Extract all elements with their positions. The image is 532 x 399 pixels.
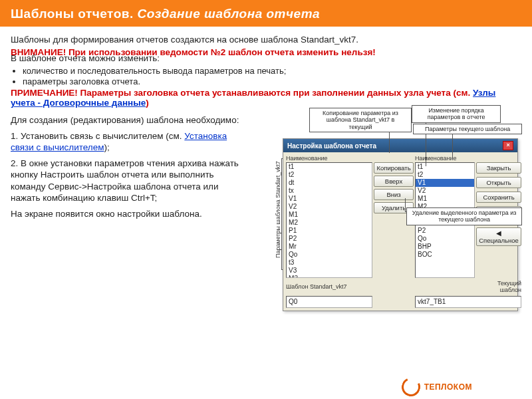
list-item[interactable]: V1 (287, 195, 372, 203)
template-left-label: Шаблон Standart_vkt7 (286, 283, 372, 291)
callout-current-params: Параметры текущего шаблона (413, 124, 522, 134)
field-right[interactable]: vkt7_ТВ1 (415, 296, 521, 308)
field-left[interactable]: Q0 (286, 296, 372, 308)
header-part-2: Создание шаблона отчета (138, 7, 321, 21)
step-2: 2. В окне установки параметров чтения ар… (11, 158, 249, 204)
list-item[interactable]: M3 (287, 275, 372, 278)
save-button[interactable]: Сохранить (476, 192, 521, 203)
close-button[interactable]: Закрыть (476, 162, 521, 174)
col-head-left: Наименование (286, 155, 372, 162)
logo-icon (399, 375, 423, 399)
list-item[interactable]: tx (287, 187, 372, 195)
up-button[interactable]: Вверх (374, 176, 414, 187)
list-item[interactable]: P2 (416, 227, 474, 235)
note-lead: ПРИМЕЧАНИЕ! Параметры заголовка отчета у… (11, 88, 473, 98)
bullet-2: параметры заголовка отчета. (23, 76, 521, 86)
dialog-titlebar[interactable]: Настройка шаблона отчета × (283, 139, 517, 152)
note-tail: ) (146, 98, 149, 108)
step-1: 1. Установить связь с вычислителем (см. … (11, 130, 249, 154)
list-item[interactable]: P2 (287, 235, 372, 243)
content-body: Шаблоны для формирования отчетов создают… (0, 27, 532, 223)
list-item[interactable]: M1 (416, 195, 474, 203)
template-right-label: Текущий шаблон (476, 280, 521, 294)
instructions-column: Для создания (редактирования) шаблона не… (11, 112, 252, 223)
bullet-1: количество и последовательность вывода п… (23, 66, 521, 76)
col-head-right: Наименование (415, 155, 475, 162)
list-item[interactable]: V2 (416, 187, 474, 195)
intro-text: Шаблоны для формирования отчетов создают… (11, 35, 521, 45)
change-list: количество и последовательность вывода п… (23, 66, 521, 86)
logo-text: ТЕПЛОКОМ (424, 382, 472, 392)
list-item[interactable]: t2 (416, 171, 474, 179)
close-icon[interactable]: × (503, 141, 513, 150)
special-button[interactable]: ◀ Специальное (476, 227, 521, 246)
list-item[interactable]: t3 (287, 259, 372, 267)
list-item[interactable]: t1 (416, 163, 474, 171)
dialog-title: Настройка шаблона отчета (287, 142, 376, 150)
list-item[interactable]: P1 (287, 227, 372, 235)
list-item[interactable]: BHP (416, 243, 474, 251)
list-item[interactable]: Qo (287, 251, 372, 259)
step-intro: Для создания (редактирования) шаблона не… (11, 114, 249, 126)
callout-delete: Удаление выделенного параметра из текуще… (406, 207, 522, 225)
down-button[interactable]: Вниз (374, 189, 414, 200)
list-item[interactable]: V3 (287, 267, 372, 275)
list-item[interactable]: M1 (287, 211, 372, 219)
left-listbox[interactable]: t1t2dttxV1V2M1M2P1P2MrQot3V3M3P3QrBHPBOC (286, 162, 372, 278)
list-item[interactable]: BOC (416, 251, 474, 259)
side-label: Параметры шаблона Standart_vkt7 (275, 158, 281, 258)
callout-order: Изменение порядка параметров в отчете (412, 105, 501, 123)
logo: ТЕПЛОКОМ (402, 378, 472, 396)
list-item[interactable]: Qo (416, 235, 474, 243)
header-part-1: Шаблоны отчетов. (11, 7, 138, 21)
list-item[interactable]: t2 (287, 171, 372, 179)
list-item[interactable]: V1 (416, 179, 474, 187)
dialog-screenshot: Копирование параметра из шаблона Standar… (256, 112, 521, 223)
step-3: На экране появится окно настройки шаблон… (11, 208, 249, 220)
list-item[interactable]: M2 (287, 219, 372, 227)
open-button[interactable]: Открыть (476, 177, 521, 188)
list-item[interactable]: Mr (287, 243, 372, 251)
list-item[interactable]: t1 (287, 163, 372, 171)
callout-copy: Копирование параметра из шаблона Standar… (309, 108, 412, 132)
page-header: Шаблоны отчетов. Создание шаблона отчета (0, 0, 532, 27)
list-item[interactable]: dt (287, 179, 372, 187)
copy-button[interactable]: Копировать (374, 162, 414, 174)
list-item[interactable]: V2 (287, 203, 372, 211)
